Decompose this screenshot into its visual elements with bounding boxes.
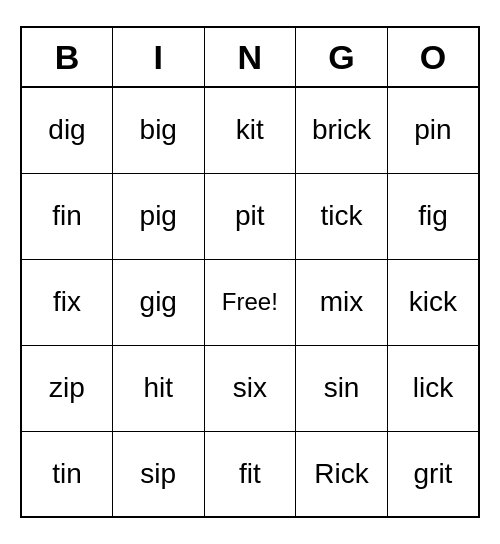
cell-r2-c2: Free! xyxy=(204,259,296,345)
cell-r3-c2: six xyxy=(204,345,296,431)
cell-r2-c1: gig xyxy=(113,259,205,345)
header-cell-i: I xyxy=(113,27,205,87)
cell-r0-c2: kit xyxy=(204,87,296,173)
bingo-card: BINGO digbigkitbrickpinfinpigpittickfigf… xyxy=(20,26,480,518)
table-row: finpigpittickfig xyxy=(21,173,479,259)
cell-r3-c3: sin xyxy=(296,345,388,431)
table-row: tinsipfitRickgrit xyxy=(21,431,479,517)
table-row: ziphitsixsinlick xyxy=(21,345,479,431)
cell-r3-c4: lick xyxy=(387,345,479,431)
table-row: fixgigFree!mixkick xyxy=(21,259,479,345)
cell-r3-c0: zip xyxy=(21,345,113,431)
header-cell-b: B xyxy=(21,27,113,87)
cell-r2-c4: kick xyxy=(387,259,479,345)
cell-r4-c2: fit xyxy=(204,431,296,517)
header-cell-g: G xyxy=(296,27,388,87)
cell-r0-c1: big xyxy=(113,87,205,173)
cell-r1-c3: tick xyxy=(296,173,388,259)
cell-r0-c0: dig xyxy=(21,87,113,173)
header-cell-o: O xyxy=(387,27,479,87)
cell-r0-c3: brick xyxy=(296,87,388,173)
cell-r4-c3: Rick xyxy=(296,431,388,517)
cell-r1-c2: pit xyxy=(204,173,296,259)
header-row: BINGO xyxy=(21,27,479,87)
cell-r3-c1: hit xyxy=(113,345,205,431)
cell-r2-c3: mix xyxy=(296,259,388,345)
cell-r4-c1: sip xyxy=(113,431,205,517)
cell-r4-c4: grit xyxy=(387,431,479,517)
cell-r2-c0: fix xyxy=(21,259,113,345)
cell-r1-c4: fig xyxy=(387,173,479,259)
cell-r4-c0: tin xyxy=(21,431,113,517)
header-cell-n: N xyxy=(204,27,296,87)
cell-r1-c0: fin xyxy=(21,173,113,259)
cell-r0-c4: pin xyxy=(387,87,479,173)
cell-r1-c1: pig xyxy=(113,173,205,259)
table-row: digbigkitbrickpin xyxy=(21,87,479,173)
